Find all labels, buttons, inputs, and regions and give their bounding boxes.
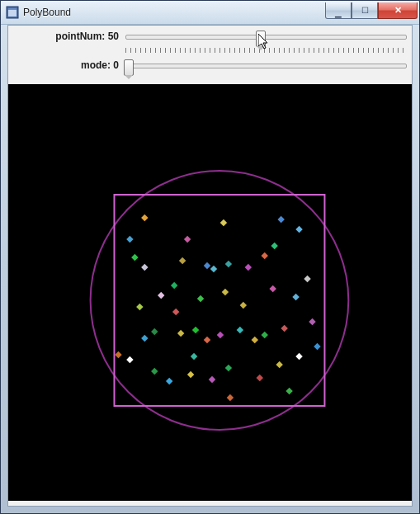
maximize-button[interactable]: ☐ <box>352 2 378 19</box>
pointnum-label: pointNum: 50 <box>13 29 125 44</box>
slider-row-pointnum: pointNum: 50 <box>13 29 407 53</box>
window-title: PolyBound <box>23 7 71 18</box>
mode-label: mode: 0 <box>13 58 125 73</box>
svg-rect-2 <box>8 8 17 10</box>
slider-track[interactable] <box>125 64 407 68</box>
pointnum-slider[interactable] <box>125 29 407 53</box>
canvas-viz <box>8 84 412 501</box>
maximize-icon: ☐ <box>361 7 369 15</box>
slider-thumb[interactable] <box>124 59 134 76</box>
window-buttons: ▁ ☐ ✕ <box>325 2 418 19</box>
slider-ticks <box>125 48 407 53</box>
controls-panel: pointNum: 50 mode: 0 <box>8 26 412 84</box>
close-button[interactable]: ✕ <box>378 2 418 19</box>
canvas-bg <box>8 84 412 501</box>
mode-slider[interactable] <box>125 58 407 68</box>
close-icon: ✕ <box>394 6 402 15</box>
titlebar[interactable]: PolyBound ▁ ☐ ✕ <box>1 1 419 25</box>
minimize-button[interactable]: ▁ <box>325 2 352 19</box>
minimize-icon: ▁ <box>335 9 342 17</box>
app-icon <box>6 6 19 19</box>
client-area: pointNum: 50 mode: 0 <box>7 25 413 507</box>
slider-track[interactable] <box>125 35 407 40</box>
slider-thumb[interactable] <box>256 31 266 47</box>
slider-row-mode: mode: 0 <box>13 58 407 73</box>
window-frame: PolyBound ▁ ☐ ✕ pointNum: 50 <box>0 0 420 514</box>
